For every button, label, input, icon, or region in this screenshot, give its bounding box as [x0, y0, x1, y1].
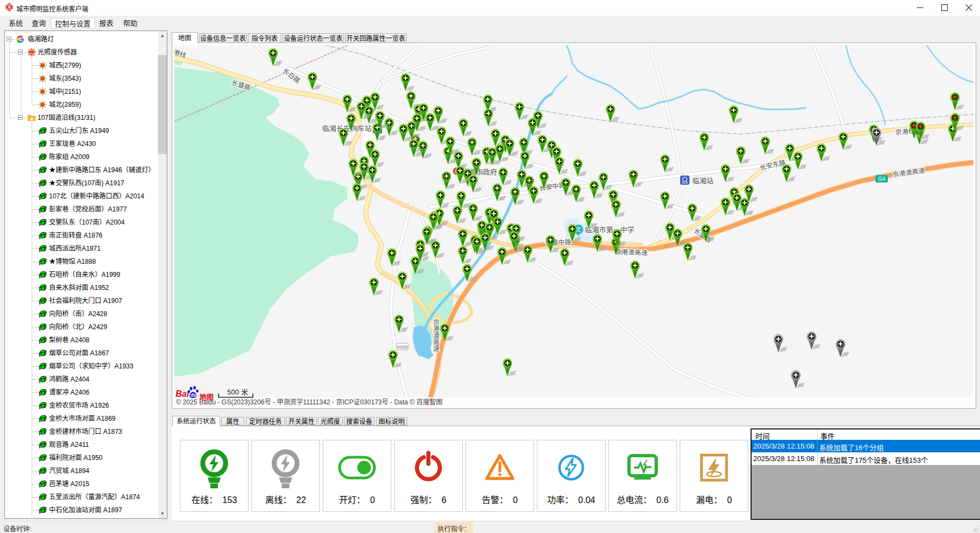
- svg-text:京港澳高速: 京港澳高速: [432, 319, 439, 352]
- svg-text:临湘站: 临湘站: [692, 177, 713, 185]
- svg-text:X089: X089: [397, 344, 408, 350]
- svg-text:G4: G4: [878, 176, 886, 182]
